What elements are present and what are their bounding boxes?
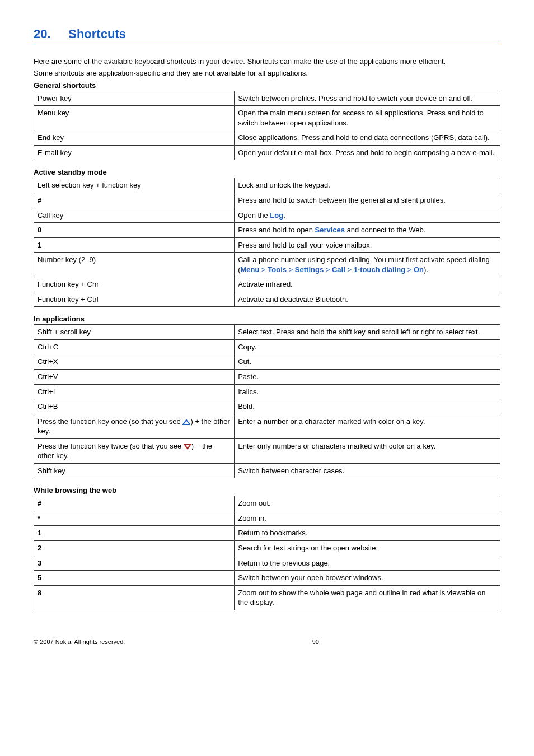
cell-value: Bold. (235, 399, 500, 414)
cell-key: 1 (34, 526, 235, 541)
cell-value: Switch between your open browser windows… (235, 571, 500, 586)
cell-value: Press and hold to open Services and conn… (235, 223, 500, 238)
cell-value: Enter only numbers or characters marked … (235, 438, 500, 463)
cell-key: Ctrl+B (34, 399, 235, 414)
text: Press the function key twice (so that yo… (38, 442, 184, 450)
table-row: * Zoom in. (34, 511, 500, 526)
table-row: Shift + scroll key Select text. Press an… (34, 325, 500, 340)
table-row: 3 Return to the previous page. (34, 556, 500, 571)
table-row: Ctrl+X Cut. (34, 354, 500, 370)
cell-value: Open the main menu screen for access to … (235, 106, 500, 130)
cell-key: 2 (34, 541, 235, 556)
cell-key: Ctrl+I (34, 384, 235, 399)
table-row: Left selection key + function key Lock a… (34, 178, 500, 193)
cell-key: Function key + Ctrl (34, 292, 235, 307)
section-rule (34, 44, 500, 44)
cell-key: Number key (2–9) (34, 253, 235, 277)
menu-path-settings[interactable]: Settings (295, 265, 324, 274)
standby-heading: Active standby mode (34, 168, 500, 176)
cell-key: Power key (34, 91, 235, 106)
cell-key: Press the function key twice (so that yo… (34, 438, 235, 463)
table-row: Menu key Open the main menu screen for a… (34, 106, 500, 130)
function-arrow-down-icon (184, 444, 191, 450)
menu-path-menu[interactable]: Menu (241, 265, 260, 274)
table-row: Power key Switch between profiles. Press… (34, 91, 500, 106)
table-row: End key Close applications. Press and ho… (34, 130, 500, 146)
cell-key: Shift + scroll key (34, 325, 235, 340)
cell-value: Copy. (235, 339, 500, 354)
cell-key: End key (34, 130, 235, 146)
table-row: Number key (2–9) Call a phone number usi… (34, 253, 500, 277)
cell-key: Press the function key once (so that you… (34, 414, 235, 438)
cell-value: Cut. (235, 354, 500, 370)
cell-value: Activate infrared. (235, 277, 500, 292)
intro-line-2: Some shortcuts are application-specific … (34, 68, 500, 79)
section-heading: 20. Shortcuts (34, 27, 500, 41)
menu-path-on[interactable]: On (414, 265, 424, 274)
table-row: Ctrl+I Italics. (34, 384, 500, 399)
cell-key: E-mail key (34, 145, 235, 160)
cell-key: 8 (34, 585, 235, 610)
cell-value: Press and hold to call your voice mailbo… (235, 237, 500, 253)
text: Open the (238, 211, 270, 220)
table-row: Press the function key twice (so that yo… (34, 438, 500, 463)
cell-value: Call a phone number using speed dialing.… (235, 253, 500, 277)
cell-value: Italics. (235, 384, 500, 399)
table-row: # Press and hold to switch between the g… (34, 193, 500, 208)
intro-line-1: Here are some of the available keyboard … (34, 57, 500, 67)
cell-value: Select text. Press and hold the shift ke… (235, 325, 500, 340)
inapp-table: Shift + scroll key Select text. Press an… (34, 324, 500, 478)
cell-key: # (34, 496, 235, 511)
menu-path-tools[interactable]: Tools (268, 265, 287, 274)
link-log[interactable]: Log (270, 211, 283, 220)
cell-key: # (34, 193, 235, 208)
table-row: Call key Open the Log. (34, 208, 500, 223)
cell-key: Call key (34, 208, 235, 223)
link-services[interactable]: Services (315, 226, 345, 234)
section-number: 20. (34, 27, 51, 41)
cell-value: Enter a number or a character marked wit… (235, 414, 500, 438)
copyright: © 2007 Nokia. All rights reserved. (34, 638, 125, 645)
table-row: 1 Press and hold to call your voice mail… (34, 237, 500, 253)
cell-key: 0 (34, 223, 235, 238)
cell-key: Menu key (34, 106, 235, 130)
cell-value: Close applications. Press and hold to en… (235, 130, 500, 146)
table-row: E-mail key Open your default e-mail box.… (34, 145, 500, 160)
table-row: Ctrl+C Copy. (34, 339, 500, 354)
cell-value: Return to the previous page. (235, 556, 500, 571)
cell-value: Zoom in. (235, 511, 500, 526)
cell-value: Open your default e-mail box. Press and … (235, 145, 500, 160)
cell-value: Return to bookmarks. (235, 526, 500, 541)
cell-value: Paste. (235, 369, 500, 384)
cell-value: Zoom out. (235, 496, 500, 511)
cell-key: Ctrl+X (34, 354, 235, 370)
page-number: 90 (312, 638, 319, 645)
table-row: Press the function key once (so that you… (34, 414, 500, 438)
table-row: 1 Return to bookmarks. (34, 526, 500, 541)
cell-key: * (34, 511, 235, 526)
cell-key: Ctrl+V (34, 369, 235, 384)
cell-key: 3 (34, 556, 235, 571)
cell-value: Lock and unlock the keypad. (235, 178, 500, 193)
text: Press and hold to open (238, 226, 315, 234)
menu-path-call[interactable]: Call (332, 265, 345, 274)
cell-key: Left selection key + function key (34, 178, 235, 193)
intro-text: Here are some of the available keyboard … (34, 57, 500, 79)
inapp-heading: In applications (34, 315, 500, 323)
text: Press the function key once (so that you… (38, 417, 182, 426)
menu-path-1touch[interactable]: 1-touch dialing (354, 265, 405, 274)
table-row: Ctrl+V Paste. (34, 369, 500, 384)
table-row: Function key + Ctrl Activate and deactiv… (34, 292, 500, 307)
function-arrow-up-icon (182, 419, 190, 425)
table-row: 2 Search for text strings on the open we… (34, 541, 500, 556)
text: . (283, 211, 285, 220)
cell-value: Press and hold to switch between the gen… (235, 193, 500, 208)
table-row: Function key + Chr Activate infrared. (34, 277, 500, 292)
cell-key: Shift key (34, 463, 235, 478)
web-table: # Zoom out. * Zoom in. 1 Return to bookm… (34, 496, 500, 610)
cell-value: Activate and deactivate Bluetooth. (235, 292, 500, 307)
general-heading: General shortcuts (34, 81, 500, 90)
standby-table: Left selection key + function key Lock a… (34, 178, 500, 307)
cell-key: 5 (34, 571, 235, 586)
table-row: Shift key Switch between character cases… (34, 463, 500, 478)
